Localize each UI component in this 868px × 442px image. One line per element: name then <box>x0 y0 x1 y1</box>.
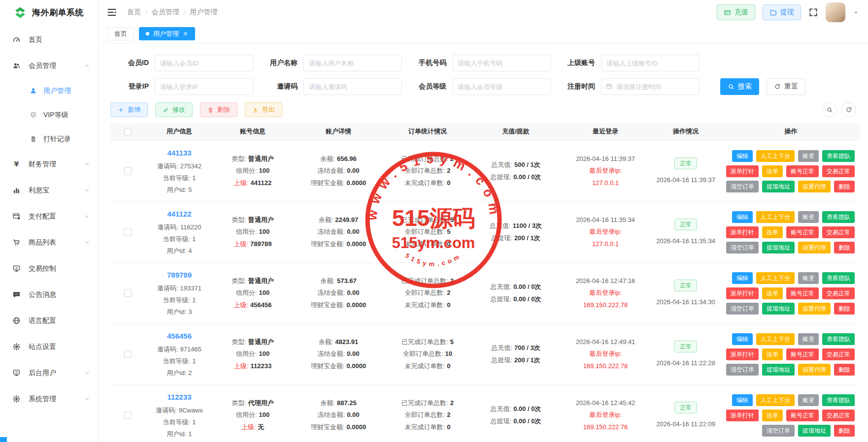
action-button[interactable]: 查看团队 <box>822 272 855 284</box>
row-checkbox[interactable] <box>124 228 132 236</box>
add-button[interactable]: 新增 <box>110 102 148 117</box>
close-icon[interactable] <box>183 31 188 36</box>
table-refresh-button[interactable] <box>841 102 856 117</box>
action-button[interactable]: 删除 <box>834 181 855 192</box>
action-button[interactable]: 删除 <box>834 242 855 253</box>
row-checkbox[interactable] <box>124 167 132 175</box>
action-button[interactable]: 编辑 <box>732 211 753 223</box>
sidebar-item[interactable]: 首页 <box>0 27 98 53</box>
action-button[interactable]: 连单 <box>762 287 783 299</box>
action-button[interactable]: 账号正常 <box>786 410 819 421</box>
sidebar-item[interactable]: 商品列表 <box>0 229 98 255</box>
action-button[interactable]: 连单 <box>762 226 783 238</box>
member-id-input[interactable] <box>155 55 253 71</box>
sidebar-item[interactable]: 后台用户 <box>0 360 98 386</box>
user-id-link[interactable]: 441133 <box>167 148 191 158</box>
invite-code-input[interactable] <box>303 78 402 95</box>
caret-down-icon[interactable] <box>853 9 859 16</box>
action-button[interactable]: 清空订单 <box>726 242 759 253</box>
action-button[interactable]: 派单打针 <box>726 410 759 421</box>
username-input[interactable] <box>303 55 402 71</box>
action-button[interactable]: 编辑 <box>732 394 753 406</box>
action-button[interactable]: 设置代理 <box>798 303 831 315</box>
action-button[interactable]: 人工上下分 <box>756 394 795 406</box>
action-button[interactable]: 清空订单 <box>726 181 759 192</box>
action-button[interactable]: 查看团队 <box>822 211 855 223</box>
sidebar-item[interactable]: 公告消息 <box>0 282 98 308</box>
sidebar-item[interactable]: 财务管理 <box>0 151 98 177</box>
action-button[interactable]: 派单打针 <box>726 287 759 299</box>
action-button[interactable]: 交易正常 <box>822 410 855 421</box>
fullscreen-icon[interactable] <box>808 7 818 17</box>
action-button[interactable]: 查看团队 <box>822 394 855 406</box>
sidebar-item[interactable]: 系统管理 <box>0 386 98 412</box>
action-button[interactable]: 账变 <box>798 211 819 223</box>
member-level-input[interactable] <box>452 78 551 95</box>
breadcrumb-user-mgmt[interactable]: 用户管理 <box>190 8 217 17</box>
action-button[interactable]: 删除 <box>834 303 855 315</box>
action-button[interactable]: 账变 <box>798 150 819 162</box>
row-checkbox[interactable] <box>124 411 132 419</box>
action-button[interactable]: 账号正常 <box>786 165 819 177</box>
table-search-toggle-button[interactable] <box>822 102 837 117</box>
user-id-link[interactable]: 789789 <box>167 270 192 280</box>
action-button[interactable]: 设置代理 <box>798 364 831 376</box>
sidebar-item[interactable]: VIP等级 <box>0 103 98 127</box>
action-button[interactable]: 派单打针 <box>726 165 759 177</box>
action-button[interactable]: 提现地址 <box>762 181 795 192</box>
action-button[interactable]: 提现地址 <box>762 364 795 376</box>
sidebar-item[interactable]: 语言配置 <box>0 308 98 334</box>
action-button[interactable]: 人工上下分 <box>756 150 795 162</box>
action-button[interactable]: 查看团队 <box>822 150 855 162</box>
action-button[interactable]: 提现地址 <box>762 303 795 315</box>
action-button[interactable]: 删除 <box>834 425 855 437</box>
action-button[interactable]: 派单打针 <box>726 348 759 360</box>
user-id-link[interactable]: 456456 <box>167 331 192 341</box>
action-button[interactable]: 清空订单 <box>762 425 795 437</box>
action-button[interactable]: 人工上下分 <box>756 272 795 284</box>
withdraw-button[interactable]: 提现 <box>763 4 801 20</box>
sidebar-item[interactable]: 交易控制 <box>0 255 98 282</box>
action-button[interactable]: 交易正常 <box>822 348 855 360</box>
sidebar-item[interactable]: 打针记录 <box>0 127 98 151</box>
action-button[interactable]: 交易正常 <box>822 226 855 238</box>
action-button[interactable]: 编辑 <box>732 150 753 162</box>
sidebar-item[interactable]: 利息宝 <box>0 177 98 203</box>
action-button[interactable]: 删除 <box>834 364 855 376</box>
sidebar-item[interactable]: 支付配置 <box>0 203 98 229</box>
user-id-link[interactable]: 112233 <box>167 392 191 402</box>
search-button[interactable]: 搜索 <box>720 78 759 95</box>
breadcrumb-home[interactable]: 首页 <box>127 8 141 17</box>
sidebar-item-active[interactable]: 用户管理 <box>0 79 98 103</box>
register-time-input[interactable] <box>601 78 700 95</box>
action-button[interactable]: 交易正常 <box>822 165 855 177</box>
user-avatar[interactable] <box>826 2 845 22</box>
parent-account-input[interactable] <box>601 55 700 71</box>
action-button[interactable]: 提现地址 <box>762 242 795 253</box>
user-id-link[interactable]: 441122 <box>167 209 191 219</box>
tab-user-management[interactable]: 用户管理 <box>139 27 195 40</box>
action-button[interactable]: 人工上下分 <box>756 211 795 223</box>
action-button[interactable]: 设置代理 <box>798 242 831 253</box>
phone-input[interactable] <box>452 55 551 71</box>
breadcrumb-member-mgmt[interactable]: 会员管理 <box>152 8 179 17</box>
row-checkbox[interactable] <box>124 289 132 297</box>
action-button[interactable]: 账号正常 <box>786 348 819 360</box>
action-button[interactable]: 设置代理 <box>798 181 831 192</box>
action-button[interactable]: 提现地址 <box>798 425 831 437</box>
select-all-checkbox[interactable] <box>124 128 132 135</box>
action-button[interactable]: 账号正常 <box>786 226 819 238</box>
action-button[interactable]: 连单 <box>762 165 783 177</box>
row-checkbox[interactable] <box>124 350 132 358</box>
action-button[interactable]: 连单 <box>762 410 783 421</box>
action-button[interactable]: 编辑 <box>732 333 753 345</box>
action-button[interactable]: 账号正常 <box>786 287 819 299</box>
action-button[interactable]: 交易正常 <box>822 287 855 299</box>
sidebar-item[interactable]: 站点设置 <box>0 334 98 360</box>
action-button[interactable]: 清空订单 <box>726 303 759 315</box>
delete-button[interactable]: 删除 <box>200 102 237 117</box>
reset-button[interactable]: 重置 <box>767 78 805 95</box>
edit-button[interactable]: 修改 <box>155 102 193 117</box>
login-ip-input[interactable] <box>155 78 253 95</box>
action-button[interactable]: 查看团队 <box>822 333 855 345</box>
